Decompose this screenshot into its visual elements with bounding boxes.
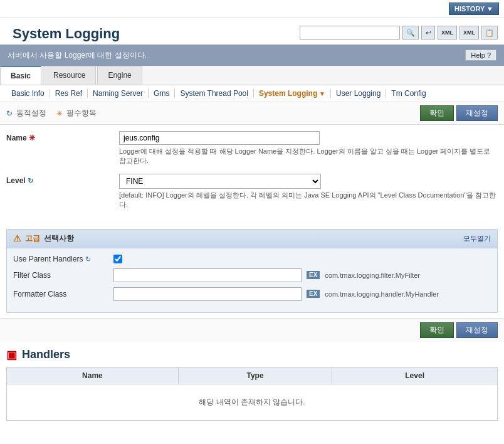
xml-button1[interactable]: XML: [438, 26, 457, 40]
warning-icon: ⚠: [13, 233, 21, 243]
level-content: FINE INFO WARNING SEVERE CONFIG FINER FI…: [119, 174, 498, 210]
action-bar-right: 확인 재설정: [420, 105, 498, 121]
col-level: Level: [332, 367, 498, 384]
bottom-action-bar: 확인 재설정: [0, 318, 504, 342]
name-row: Name ✳ Logger에 대해 설정을 적용할 때 해당 Logger Na…: [6, 131, 498, 166]
name-input[interactable]: [119, 131, 320, 145]
help-button[interactable]: Help ?: [465, 50, 496, 61]
level-hint: [default: INFO] Logger의 레벨을 설정한다. 각 레벨의 …: [119, 191, 498, 210]
filter-class-ex-badge: EX: [307, 271, 320, 279]
tabs-container: Basic Resource Engine: [0, 66, 504, 85]
reset-button-bottom[interactable]: 재설정: [456, 322, 498, 338]
empty-row: 해당 내역이 존재하지 않습니다.: [7, 384, 498, 420]
desc-bar: 서버에서 사용할 Logger에 대한 설정이다. Help ?: [0, 45, 504, 66]
advanced-level-label: 고급: [25, 233, 40, 244]
empty-message: 해당 내역이 존재하지 않습니다.: [7, 384, 498, 420]
required-label: 필수항목: [66, 108, 97, 119]
back-button[interactable]: ↩: [421, 26, 435, 40]
confirm-button-bottom[interactable]: 확인: [420, 322, 454, 338]
top-bar: HISTORY ▼: [0, 0, 504, 18]
formatter-class-label: Formatter Class: [13, 290, 113, 299]
tab-basic[interactable]: Basic: [0, 66, 41, 85]
formatter-class-input[interactable]: [113, 287, 302, 301]
nav-gms[interactable]: Gms: [149, 89, 175, 98]
advanced-header: ⚠ 고급 선택사항 모두열기: [7, 230, 497, 248]
action-bar: ↻ 동적설정 ✳ 필수항목 확인 재설정: [0, 102, 504, 125]
page-title: System Logging: [6, 21, 126, 45]
expand-link[interactable]: 모두열기: [463, 234, 491, 243]
advanced-section: ⚠ 고급 선택사항 모두열기 Use Parent Handlers ↻ Fil…: [6, 229, 498, 313]
nav-system-thread-pool[interactable]: System Thread Pool: [175, 89, 254, 98]
handlers-title-text: Handlers: [22, 348, 70, 361]
nav-system-logging[interactable]: System Logging: [254, 89, 331, 98]
handlers-icon: ▣: [6, 348, 17, 362]
tab-resource[interactable]: Resource: [43, 66, 96, 85]
history-button[interactable]: HISTORY ▼: [449, 3, 499, 15]
level-label: Level ↻: [6, 174, 119, 185]
nav-links: Basic Info Res Ref Naming Server Gms Sys…: [0, 85, 504, 102]
desc-text: 서버에서 사용할 Logger에 대한 설정이다.: [8, 50, 147, 61]
required-icon: ✳: [56, 109, 63, 118]
filter-class-row: Filter Class EX com.tmax.logging.filter.…: [13, 268, 491, 282]
name-hint: Logger에 대해 설정을 적용할 때 해당 Logger Name을 지정한…: [119, 147, 498, 166]
copy-button[interactable]: 📋: [481, 26, 498, 40]
nav-tm-config[interactable]: Tm Config: [386, 89, 431, 98]
name-content: Logger에 대해 설정을 적용할 때 해당 Logger Name을 지정한…: [119, 131, 498, 166]
dynamic-setting-label: 동적설정: [16, 108, 46, 119]
handlers-table: Name Type Level 해당 내역이 존재하지 않습니다.: [6, 367, 498, 421]
formatter-class-row: Formatter Class EX com.tmax.logging.hand…: [13, 287, 491, 301]
formatter-class-content: EX com.tmax.logging.handler.MyHandler: [113, 287, 491, 301]
search-bar: 🔍 ↩ XML XML 📋: [300, 21, 498, 40]
use-parent-handlers-content: [113, 255, 491, 263]
nav-res-ref[interactable]: Res Ref: [50, 89, 88, 98]
advanced-section-title: 선택사항: [44, 233, 74, 244]
filter-class-ex-hint: com.tmax.logging.filter.MyFilter: [325, 272, 420, 279]
formatter-class-ex-badge: EX: [307, 290, 320, 298]
search-button[interactable]: 🔍: [402, 26, 419, 40]
name-label: Name ✳: [6, 131, 119, 142]
xml-button2[interactable]: XML: [459, 26, 479, 40]
level-refresh-icon[interactable]: ↻: [28, 177, 33, 184]
handlers-title: ▣ Handlers: [6, 348, 498, 362]
col-type: Type: [178, 367, 332, 384]
use-parent-handlers-checkbox[interactable]: [113, 255, 122, 263]
use-parent-handlers-label: Use Parent Handlers ↻: [13, 255, 113, 263]
level-row: Level ↻ FINE INFO WARNING SEVERE CONFIG …: [6, 174, 498, 210]
handlers-section: ▣ Handlers Name Type Level 해당 내역이 존재하지 않…: [6, 348, 498, 421]
tab-engine[interactable]: Engine: [97, 66, 142, 85]
reset-button-top[interactable]: 재설정: [456, 105, 498, 121]
confirm-button-top[interactable]: 확인: [420, 105, 454, 121]
advanced-body: Use Parent Handlers ↻ Filter Class EX co…: [7, 248, 497, 312]
use-parent-handlers-row: Use Parent Handlers ↻: [13, 255, 491, 263]
action-bar-left: ↻ 동적설정 ✳ 필수항목: [6, 108, 97, 119]
formatter-class-ex-hint: com.tmax.logging.handler.MyHandler: [325, 290, 439, 298]
search-input[interactable]: [300, 26, 400, 40]
filter-class-content: EX com.tmax.logging.filter.MyFilter: [113, 268, 491, 282]
level-select[interactable]: FINE INFO WARNING SEVERE CONFIG FINER FI…: [119, 174, 321, 189]
dynamic-setting-icon[interactable]: ↻: [6, 109, 13, 118]
filter-class-input[interactable]: [113, 268, 302, 282]
filter-class-label: Filter Class: [13, 271, 113, 280]
form-section: Name ✳ Logger에 대해 설정을 적용할 때 해당 Logger Na…: [0, 125, 504, 224]
nav-user-logging[interactable]: User Logging: [331, 89, 386, 98]
use-parent-handlers-refresh-icon[interactable]: ↻: [85, 255, 91, 263]
nav-naming-server[interactable]: Naming Server: [88, 89, 149, 98]
advanced-title: ⚠ 고급 선택사항: [13, 233, 74, 244]
col-name: Name: [7, 367, 179, 384]
name-required-star: ✳: [29, 134, 35, 142]
nav-basic-info[interactable]: Basic Info: [6, 89, 50, 98]
